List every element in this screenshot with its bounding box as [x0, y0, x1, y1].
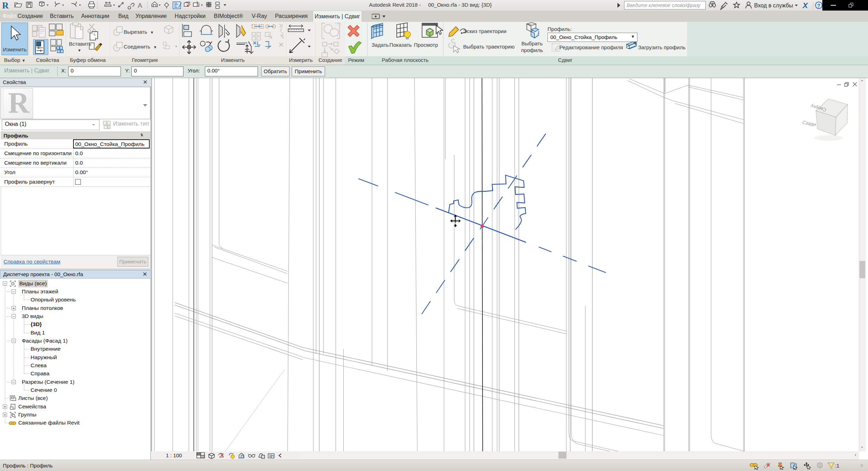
- svg-text:R: R: [2, 0, 9, 11]
- svg-text:Вход в службы: Вход в службы: [754, 2, 793, 8]
- svg-text::1: :1: [835, 463, 840, 469]
- svg-text:X: X: [802, 1, 808, 10]
- svg-text:Сзади: Сзади: [802, 120, 817, 127]
- svg-text:A: A: [138, 2, 142, 9]
- svg-text:?: ?: [817, 2, 820, 8]
